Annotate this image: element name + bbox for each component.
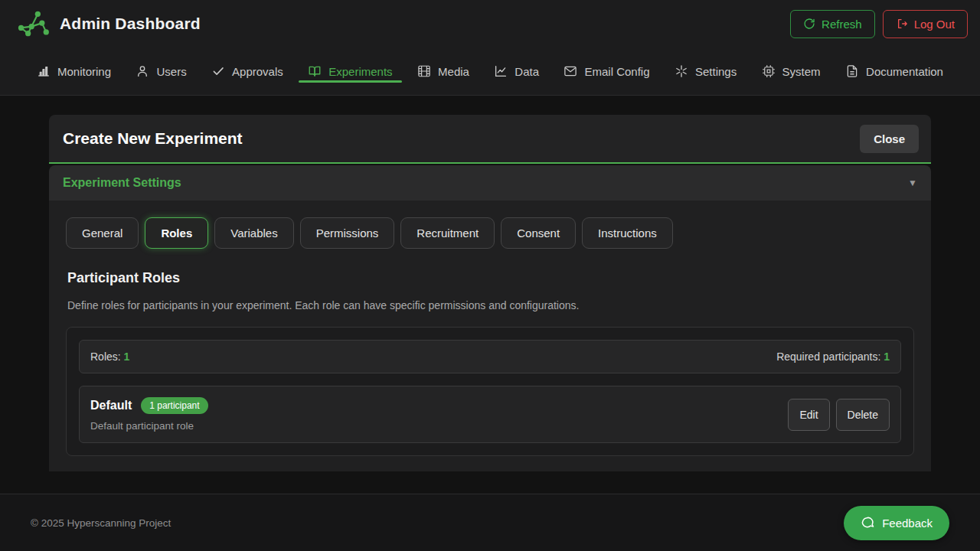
- role-description: Default participant role: [90, 420, 208, 432]
- refresh-button[interactable]: Refresh: [790, 10, 875, 38]
- delete-role-button[interactable]: Delete: [836, 399, 890, 431]
- settings-tab-row: GeneralRolesVariablesPermissionsRecruitm…: [66, 217, 914, 249]
- copyright-text: © 2025 Hyperscanning Project: [31, 517, 171, 529]
- panel-header: Create New Experiment Close: [49, 115, 931, 164]
- user-icon: [136, 64, 149, 78]
- edit-role-button[interactable]: Edit: [788, 399, 829, 431]
- settings-icon: [675, 64, 688, 78]
- app-header: Admin Dashboard Refresh Log Out: [0, 0, 980, 47]
- tab-instructions[interactable]: Instructions: [582, 217, 673, 249]
- chat-bubble-icon: [861, 516, 874, 530]
- chart-line-icon: [494, 64, 508, 78]
- nav-item-experiments[interactable]: Experiments: [305, 47, 395, 95]
- tab-recruitment[interactable]: Recruitment: [400, 217, 495, 249]
- roles-stats-bar: Roles: 1 Required participants: 1: [79, 340, 901, 373]
- tab-roles[interactable]: Roles: [145, 217, 208, 249]
- tab-general[interactable]: General: [66, 217, 139, 249]
- nav-item-system[interactable]: System: [759, 47, 824, 95]
- film-icon: [417, 64, 431, 78]
- nav-item-email-config[interactable]: Email Config: [560, 47, 652, 95]
- feedback-button[interactable]: Feedback: [844, 506, 949, 540]
- nav-item-monitoring[interactable]: Monitoring: [34, 47, 114, 95]
- roles-container: Roles: 1 Required participants: 1 Defaul…: [66, 327, 914, 456]
- nav-item-users[interactable]: Users: [132, 47, 189, 95]
- chevron-down-icon[interactable]: ▼: [908, 178, 917, 188]
- required-participants-value: 1: [884, 350, 890, 363]
- required-participants-label: Required participants:: [776, 350, 880, 363]
- refresh-button-label: Refresh: [822, 18, 862, 31]
- tab-variables[interactable]: Variables: [214, 217, 293, 249]
- roles-count-label: Roles:: [90, 350, 121, 363]
- nav-item-data[interactable]: Data: [491, 47, 542, 95]
- file-text-icon: [845, 64, 859, 78]
- participant-roles-heading: Participant Roles: [67, 270, 914, 286]
- logout-icon: [896, 18, 908, 30]
- app-logo-icon: [15, 6, 51, 41]
- header-actions: Refresh Log Out: [790, 10, 968, 38]
- experiment-settings-header[interactable]: Experiment Settings ▼: [49, 165, 931, 201]
- check-icon: [211, 64, 225, 78]
- roles-count: Roles: 1: [90, 350, 129, 363]
- experiment-settings-body: GeneralRolesVariablesPermissionsRecruitm…: [49, 201, 931, 471]
- section-title: Experiment Settings: [63, 176, 181, 190]
- roles-count-value: 1: [124, 350, 130, 363]
- nav-item-media[interactable]: Media: [414, 47, 472, 95]
- refresh-icon: [803, 18, 815, 30]
- cpu-icon: [762, 64, 776, 78]
- role-name: Default: [90, 399, 132, 412]
- tab-permissions[interactable]: Permissions: [300, 217, 395, 249]
- page-title: Admin Dashboard: [60, 15, 201, 33]
- mail-icon: [564, 64, 577, 78]
- feedback-button-label: Feedback: [882, 517, 933, 530]
- role-participant-badge: 1 participant: [141, 397, 207, 414]
- app-footer: © 2025 Hyperscanning Project Feedback: [0, 494, 980, 551]
- tab-consent[interactable]: Consent: [501, 217, 576, 249]
- logout-button[interactable]: Log Out: [883, 10, 968, 38]
- panel-title: Create New Experiment: [63, 129, 243, 148]
- role-card: Default 1 participant Default participan…: [79, 386, 901, 443]
- nav-item-approvals[interactable]: Approvals: [208, 47, 286, 95]
- nav-item-settings[interactable]: Settings: [671, 47, 740, 95]
- create-experiment-panel: Create New Experiment Close Experiment S…: [49, 115, 931, 471]
- close-button[interactable]: Close: [860, 125, 919, 153]
- role-list: Default 1 participant Default participan…: [79, 386, 901, 443]
- nav-item-documentation[interactable]: Documentation: [842, 47, 946, 95]
- main-content: Create New Experiment Close Experiment S…: [0, 96, 980, 494]
- main-nav: Monitoring Users Approvals Experiments M…: [0, 47, 980, 96]
- logout-button-label: Log Out: [914, 18, 955, 31]
- participant-roles-description: Define roles for participants in your ex…: [67, 299, 914, 311]
- required-participants: Required participants: 1: [776, 350, 890, 363]
- book-open-icon: [308, 64, 322, 78]
- chart-bars-icon: [37, 64, 51, 78]
